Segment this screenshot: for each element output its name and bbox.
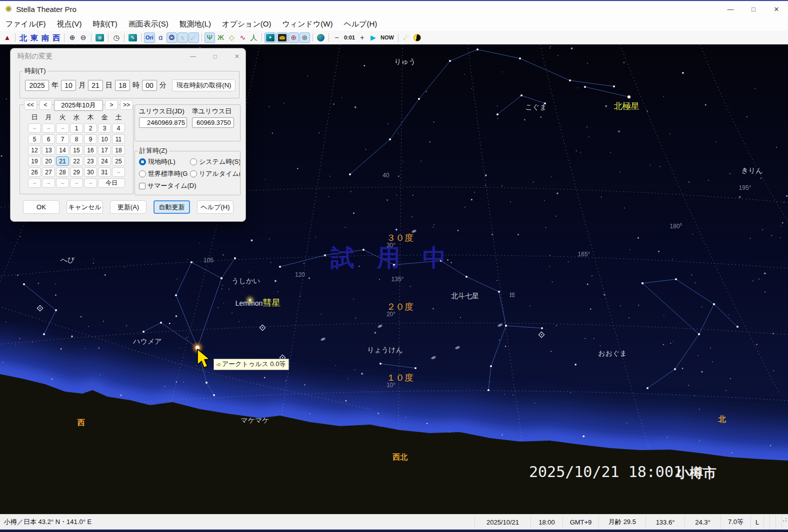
constellation-abbr-button[interactable]: Ori <box>144 32 155 43</box>
cancel-button[interactable]: キャンセル <box>66 200 103 214</box>
calendar-day-13[interactable]: 13 <box>42 145 55 155</box>
minimize-button[interactable]: — <box>719 1 742 17</box>
dir-west-button[interactable]: 西 <box>51 32 62 43</box>
calendar-day-11[interactable]: 11 <box>112 134 125 144</box>
update-button[interactable]: 更新(A) <box>110 200 146 214</box>
minute-field[interactable]: 00 <box>142 80 157 91</box>
calendar-day-9[interactable]: 9 <box>84 134 97 144</box>
menu-item-6[interactable]: ウィンドウ(W) <box>276 17 338 31</box>
auto-update-button[interactable]: 自動更新 <box>154 200 190 214</box>
comet-icon[interactable]: ☄ <box>188 32 199 43</box>
menu-item-2[interactable]: 時刻(T) <box>88 17 123 31</box>
calendar-day-16[interactable]: 16 <box>84 145 97 155</box>
milkyway-icon[interactable]: ✦ <box>264 32 276 43</box>
calendar-day-18[interactable]: 18 <box>112 145 125 155</box>
calendar-day-26[interactable]: 26 <box>28 167 41 177</box>
calendar-day-4[interactable]: 4 <box>112 123 125 133</box>
constellation-art-icon[interactable]: 人 <box>248 32 259 43</box>
calendar-day-12[interactable]: 12 <box>28 145 41 155</box>
observatory-icon[interactable]: ▲ <box>2 32 12 43</box>
equatorial-grid-icon[interactable]: ⊕ <box>288 32 299 43</box>
time-step-minus-button[interactable]: − <box>332 32 342 43</box>
calendar-day-17[interactable]: 17 <box>98 145 111 155</box>
now-button[interactable]: NOW <box>379 32 396 43</box>
calendar-day-15[interactable]: 15 <box>70 145 83 155</box>
calendar-day-25[interactable]: 25 <box>112 156 125 166</box>
calendar-day-24[interactable]: 24 <box>98 156 111 166</box>
dialog-minimize-button[interactable]: — <box>190 53 196 60</box>
dir-south-button[interactable]: 南 <box>40 32 50 43</box>
calendar-today-button[interactable]: 今日 <box>98 178 125 188</box>
calendar-day-5[interactable]: 5 <box>28 134 41 144</box>
calendar-day-7[interactable]: 7 <box>56 134 69 144</box>
dir-north-button[interactable]: 北 <box>18 32 28 43</box>
calc-option-3[interactable]: リアルタイム(R <box>190 169 240 178</box>
close-button[interactable]: ✕ <box>765 1 788 17</box>
calendar-day-10[interactable]: 10 <box>98 134 111 144</box>
month-field[interactable]: 10 <box>61 80 76 91</box>
calendar-day-31[interactable]: 31 <box>98 167 111 177</box>
modified-julian-day-field[interactable]: 60969.3750 <box>192 117 234 128</box>
calendar-day-2[interactable]: 2 <box>84 123 97 133</box>
play-button[interactable]: ▶ <box>368 32 378 43</box>
zoom-in-icon[interactable]: ⊕ <box>67 32 78 43</box>
calendar-prev-month-button[interactable]: < <box>39 100 52 110</box>
galaxy-icon[interactable]: ❂ <box>166 32 177 43</box>
resize-grip[interactable] <box>782 515 788 530</box>
menu-item-5[interactable]: オプション(O) <box>216 17 276 31</box>
constellation-lines-icon[interactable]: Ψ <box>204 32 215 43</box>
calendar-day-1[interactable]: 1 <box>70 123 83 133</box>
dir-east-button[interactable]: 東 <box>29 32 40 43</box>
summer-time-checkbox[interactable]: サマータイム(D) <box>139 181 240 190</box>
constellation-figures-icon[interactable]: Ж <box>216 32 226 43</box>
menu-item-7[interactable]: ヘルプ(H) <box>338 17 382 31</box>
help-button[interactable]: ヘルプ(H) <box>197 200 234 214</box>
year-field[interactable]: 2025 <box>25 80 49 91</box>
calendar-day-28[interactable]: 28 <box>56 167 69 177</box>
dialog-close-button[interactable]: ✕ <box>234 53 240 60</box>
calendar-prev-year-button[interactable]: << <box>24 100 37 110</box>
azimuthal-grid-icon[interactable]: ⊛ <box>300 32 310 43</box>
sky-chart[interactable]: 試 用 中 りゅうこぐまきりんへびうしかい北斗七星ハウメアりょうけんおおぐまマケ… <box>0 44 788 514</box>
search-icon[interactable]: ⊕ <box>94 32 106 43</box>
calendar-day-29[interactable]: 29 <box>70 167 83 177</box>
constellation-boundary-icon[interactable]: ◇ <box>226 32 237 43</box>
ecliptic-icon[interactable]: ∿ <box>238 32 248 43</box>
calendar-day-19[interactable]: 19 <box>28 156 41 166</box>
calc-option-1[interactable]: システム時(S) <box>190 157 240 166</box>
zoom-out-icon[interactable]: ⊖ <box>78 32 88 43</box>
menu-item-4[interactable]: 観測地(L) <box>174 17 216 31</box>
clock-icon[interactable]: ◷ <box>111 32 122 43</box>
calendar-day-20[interactable]: 20 <box>42 156 55 166</box>
planet-icon[interactable]: ♄ <box>178 32 188 43</box>
julian-day-field[interactable]: 2460969.875 <box>139 117 187 128</box>
calendar-day-21[interactable]: 21 <box>56 156 69 166</box>
menu-item-0[interactable]: ファイル(F) <box>0 17 52 31</box>
day-field[interactable]: 21 <box>88 80 103 91</box>
hour-field[interactable]: 18 <box>115 80 130 91</box>
dialog-maximize-button[interactable]: □ <box>212 53 218 60</box>
calendar-next-month-button[interactable]: > <box>105 100 118 110</box>
calendar-day-3[interactable]: 3 <box>98 123 111 133</box>
menu-item-1[interactable]: 視点(V) <box>52 17 88 31</box>
maximize-button[interactable]: □ <box>742 1 765 17</box>
calendar-day-8[interactable]: 8 <box>70 134 83 144</box>
time-step-plus-button[interactable]: + <box>357 32 368 43</box>
calendar-day-6[interactable]: 6 <box>42 134 55 144</box>
moon-phase-icon[interactable] <box>412 32 422 43</box>
get-current-time-button[interactable]: 現在時刻の取得(N) <box>172 79 236 91</box>
meteor-shower-icon[interactable]: ☄ <box>401 32 412 43</box>
calc-option-2[interactable]: 世界標準時(G <box>139 169 190 178</box>
pointer-screen-icon[interactable]: ✎ <box>127 32 138 43</box>
calendar-day-22[interactable]: 22 <box>70 156 83 166</box>
menu-item-3[interactable]: 画面表示(S) <box>123 17 174 31</box>
calendar-day-23[interactable]: 23 <box>84 156 97 166</box>
calendar-next-year-button[interactable]: >> <box>120 100 133 110</box>
time-step-value[interactable]: 0:01 <box>342 32 356 43</box>
calc-option-0[interactable]: 現地時(L) <box>139 157 190 166</box>
calendar-day-27[interactable]: 27 <box>42 167 55 177</box>
calendar-day-30[interactable]: 30 <box>84 167 97 177</box>
calendar-day-14[interactable]: 14 <box>56 145 69 155</box>
bayer-letter-button[interactable]: α <box>156 32 166 43</box>
ok-button[interactable]: OK <box>23 200 60 214</box>
